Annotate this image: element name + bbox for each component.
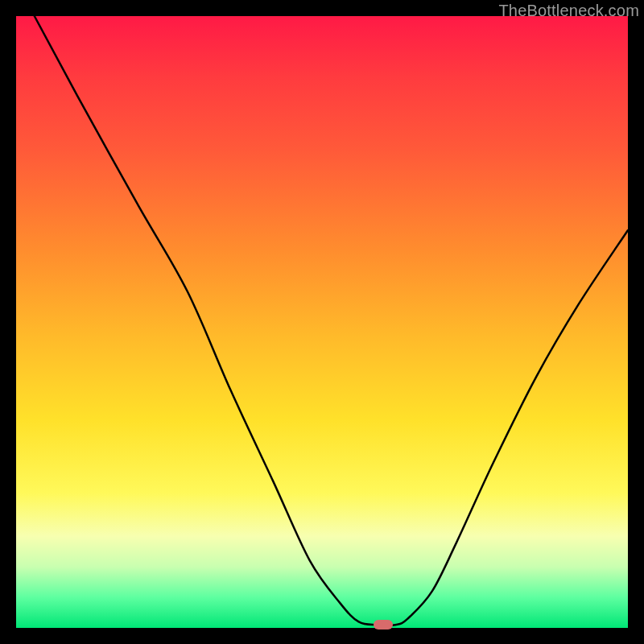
watermark-label: TheBottleneck.com [498,2,639,20]
bottleneck-curve [16,16,628,628]
chart-frame: TheBottleneck.com [0,0,644,644]
optimal-marker [374,620,393,630]
plot-area [16,16,628,628]
